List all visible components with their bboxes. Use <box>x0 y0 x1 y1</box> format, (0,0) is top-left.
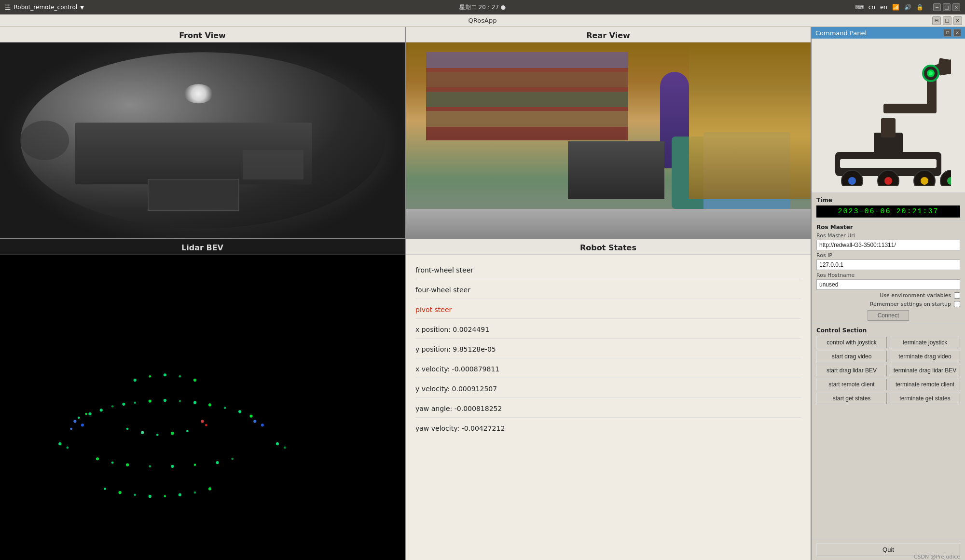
remote-client-row: start remote client terminate remote cli… <box>816 379 960 390</box>
footer-text: CSDN @Prejudice <box>914 554 960 560</box>
ros-url-input[interactable] <box>816 240 960 250</box>
svg-rect-53 <box>840 159 937 168</box>
terminate-get-states-button[interactable]: terminate get states <box>890 393 960 404</box>
terminate-drag-video-button[interactable]: terminate drag video <box>890 351 960 362</box>
volume-icon: 🔊 <box>904 4 911 11</box>
cp-title: Command Panel ⊟ ✕ <box>812 27 965 39</box>
terminate-remote-client-button[interactable]: terminate remote client <box>890 379 960 390</box>
svg-point-5 <box>149 400 152 403</box>
svg-point-71 <box>929 71 933 75</box>
svg-point-19 <box>85 413 87 415</box>
svg-point-41 <box>134 494 136 496</box>
state-pivot-steer: pivot steer <box>415 299 801 319</box>
state-x-position: x position: 0.0024491 <box>415 319 801 339</box>
start-remote-client-button[interactable]: start remote client <box>816 379 887 390</box>
svg-point-3 <box>122 403 125 406</box>
app-menu-icon[interactable]: ☰ <box>5 3 11 11</box>
shelf-row4 <box>426 111 629 126</box>
minimize-button[interactable]: ─ <box>933 3 941 11</box>
state-four-wheel-steer: four-wheel steer <box>415 279 801 299</box>
svg-point-13 <box>73 420 76 423</box>
locale-label[interactable]: en <box>880 4 887 11</box>
robot-states-title: Robot States <box>406 239 811 255</box>
svg-point-17 <box>261 423 264 426</box>
remember-checkbox[interactable] <box>954 301 960 307</box>
app-titlebar: QRosApp ⊟ □ ✕ <box>0 14 965 27</box>
time-section: Time 2023-06-06 20:21:37 <box>812 193 965 220</box>
svg-point-42 <box>149 495 152 498</box>
terminate-joystick-button[interactable]: terminate joystick <box>890 337 960 348</box>
cp-float-btn[interactable]: ⊟ <box>944 29 951 37</box>
maximize-button[interactable]: □ <box>943 3 951 11</box>
rear-view-title: Rear View <box>406 27 811 42</box>
app-close-button[interactable]: ✕ <box>953 16 962 25</box>
svg-point-47 <box>134 379 137 382</box>
front-camera-light <box>184 84 213 103</box>
control-joystick-button[interactable]: control with joystick <box>816 337 887 348</box>
robot-illustration <box>812 39 965 193</box>
titlebar-right: ⌨ cn en 📶 🔊 🔒 ─ □ ✕ <box>855 3 960 11</box>
start-drag-lidar-button[interactable]: start drag lidar BEV <box>816 365 887 376</box>
front-camera-oval <box>20 52 385 228</box>
shelf-row3 <box>426 92 629 107</box>
ros-url-label: Ros Master Url <box>816 232 960 239</box>
svg-point-35 <box>171 465 174 468</box>
keyboard-icon: ⌨ <box>855 4 863 11</box>
state-x-velocity: x velocity: -0.000879811 <box>415 358 801 378</box>
ros-ip-input[interactable] <box>816 260 960 270</box>
app-titlebar-controls: ⊟ □ ✕ <box>932 16 962 25</box>
ros-hostname-input[interactable] <box>816 279 960 290</box>
remember-row: Remember settings on startup <box>816 301 960 307</box>
lang-label[interactable]: cn <box>868 4 875 11</box>
state-y-velocity: y velocity: 0.000912507 <box>415 378 801 398</box>
rear-camera-feed <box>406 42 811 238</box>
front-camera-box <box>148 179 239 211</box>
app-menu-arrow[interactable]: ▼ <box>80 5 84 10</box>
svg-point-33 <box>126 464 129 466</box>
svg-point-48 <box>149 375 151 378</box>
use-env-row: Use environment variables <box>816 292 960 299</box>
app-title-label: Robot_remote_control <box>14 4 78 11</box>
cp-close-btn[interactable]: ✕ <box>953 29 961 37</box>
shelf-row1 <box>426 52 629 68</box>
rear-table <box>568 141 664 199</box>
svg-point-12 <box>249 415 252 418</box>
terminate-drag-lidar-button[interactable]: terminate drag lidar BEV <box>890 365 960 376</box>
app-window-title: QRosApp <box>469 17 497 24</box>
use-env-checkbox[interactable] <box>954 292 960 299</box>
camera-scene-obj1 <box>20 121 69 160</box>
svg-point-36 <box>194 464 196 466</box>
svg-point-21 <box>141 431 144 434</box>
float-button[interactable]: ⊟ <box>932 16 941 25</box>
lock-icon: 🔒 <box>916 4 924 11</box>
svg-point-27 <box>58 442 61 445</box>
svg-point-22 <box>156 434 159 436</box>
rear-view-panel: Rear View <box>406 27 811 238</box>
start-drag-video-button[interactable]: start drag video <box>816 351 887 362</box>
rear-curtain <box>689 42 811 199</box>
robot-states-panel: Robot States front-wheel steer four-whee… <box>406 239 811 560</box>
ros-master-section: Ros Master Ros Master Url Ros IP Ros Hos… <box>812 220 965 324</box>
lidar-bev-title: Lidar BEV <box>0 239 405 255</box>
get-states-row: start get states terminate get states <box>816 393 960 404</box>
svg-point-2 <box>111 405 114 408</box>
svg-point-4 <box>134 401 136 404</box>
content-area: Front View Rear View <box>0 27 811 560</box>
svg-point-15 <box>70 428 72 430</box>
close-button[interactable]: ✕ <box>952 3 960 11</box>
svg-point-18 <box>78 416 80 419</box>
svg-point-43 <box>164 495 166 498</box>
svg-point-32 <box>111 462 114 464</box>
lidar-svg <box>0 255 405 558</box>
svg-point-49 <box>164 373 166 376</box>
ros-master-label: Ros Master <box>816 224 960 231</box>
front-view-panel: Front View <box>0 27 406 238</box>
svg-point-45 <box>194 492 196 494</box>
cp-title-controls: ⊟ ✕ <box>944 29 961 37</box>
connect-button[interactable]: Connect <box>868 310 910 321</box>
restore-button[interactable]: □ <box>943 16 951 25</box>
svg-point-55 <box>848 177 856 185</box>
remember-label: Remember settings on startup <box>870 301 951 307</box>
start-get-states-button[interactable]: start get states <box>816 393 887 404</box>
datetime-display: 星期二 20：27 ● <box>459 3 506 12</box>
